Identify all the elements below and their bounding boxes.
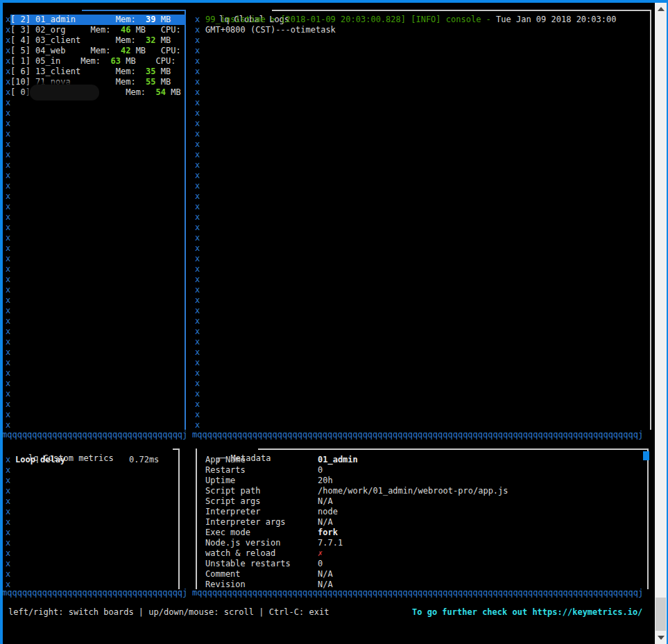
process-row[interactable]: [ 5] 04_web Mem: 42 MB CPU:: [10, 46, 186, 56]
metadata-row: Interpreter argsN/A: [205, 517, 508, 528]
metadata-row: Uptime20h: [205, 476, 508, 486]
metadata-border-left: [196, 449, 197, 589]
statusbar-help: left/right: switch boards | up/down/mous…: [8, 607, 329, 618]
metadata-row: watch & reload✗: [205, 548, 508, 559]
window-border-left: [0, 0, 3, 644]
metadata-row: CommentN/A: [205, 569, 508, 580]
scrollbar-up-button[interactable]: [655, 3, 667, 15]
metadata-rows: App Name01_adminRestarts0Uptime20hScript…: [205, 455, 508, 590]
metadata-row: Script path/home/work/01_admin/webroot-p…: [205, 486, 508, 496]
process-list-border-top: [82, 10, 186, 11]
metadata-row: Exec modefork: [205, 528, 508, 538]
ascii-border-bottom-left: mqqqqqqqqqqqqqqqqqqqqqqqqqqqqqqqqqqqj: [2, 588, 187, 598]
ascii-border-mid-right: mqqqqqqqqqqqqqqqqqqqqqqqqqqqqqqqqqqqqqqq…: [192, 430, 643, 440]
scrollbar-down-button[interactable]: [655, 632, 667, 644]
metadata-row: Node.js version7.7.1: [205, 538, 508, 548]
scrollbar[interactable]: [655, 3, 667, 644]
process-row[interactable]: [ 4] 03_client Mem: 32 MB: [10, 35, 186, 46]
process-row[interactable]: [ 2] 01_admin Mem: 39 MB: [10, 15, 186, 25]
process-row[interactable]: [ 3] 02_org Mem: 46 MB CPU:: [10, 25, 186, 35]
process-row[interactable]: [ 0] Mem: 54 MB: [10, 87, 186, 98]
scrollbar-thumb[interactable]: [656, 598, 666, 631]
window-border-top: [0, 0, 668, 3]
metadata-row: Restarts0: [205, 465, 508, 476]
metadata-row: Unstable restarts0: [205, 559, 508, 569]
custom-metrics-border-right: [178, 449, 180, 589]
metric-name: Loop delay: [15, 455, 65, 464]
up-arrow-icon: [658, 7, 665, 11]
metric-row: Loop delay: [15, 455, 65, 465]
pm2-monit-terminal: ┌─ Process list x x x x x x x x x x x x …: [0, 0, 668, 644]
ascii-border-mid-left: mqqqqqqqqqqqqqqqqqqqqqqqqqqqqqqqqqqqj: [2, 430, 187, 440]
metadata-border-top: [258, 449, 648, 450]
global-logs-border-right: [650, 10, 651, 430]
log-line: GMT+0800 (CST)---otimetask: [205, 25, 616, 35]
process-row[interactable]: [ 1] 05_in Mem: 63 MB CPU:: [10, 56, 186, 67]
process-rows: [ 2] 01_admin Mem: 39 MB[ 3] 02_org Mem:…: [10, 15, 186, 98]
process-row[interactable]: [ 6] 13_client Mem: 35 MB: [10, 67, 186, 77]
redacted-process-name: [30, 85, 99, 101]
down-arrow-icon: [658, 636, 665, 640]
global-logs-border-left: x x x x x x x x x x x x x x x x x x x x …: [195, 15, 200, 430]
ascii-border-bottom-right: mqqqqqqqqqqqqqqqqqqqqqqqqqqqqqqqqqqqqqqq…: [192, 588, 643, 598]
metadata-border-right: [647, 449, 649, 589]
log-line: 99_insistime > [2018-01-09 20:03:00.828]…: [205, 15, 616, 25]
metadata-scroll-indicator[interactable]: [643, 451, 649, 460]
metric-value: 0.72ms: [129, 455, 159, 465]
statusbar-keymetrics-link: To go further check out https://keymetri…: [412, 607, 642, 618]
metadata-row: Script argsN/A: [205, 496, 508, 507]
log-lines: 99_insistime > [2018-01-09 20:03:00.828]…: [205, 15, 616, 35]
global-logs-border-top: [272, 10, 651, 11]
metadata-row: Interpreternode: [205, 507, 508, 517]
custom-metrics-border-left: x x x x x x x x x x x x x: [6, 455, 10, 590]
metadata-row: App Name01_admin: [205, 455, 508, 465]
